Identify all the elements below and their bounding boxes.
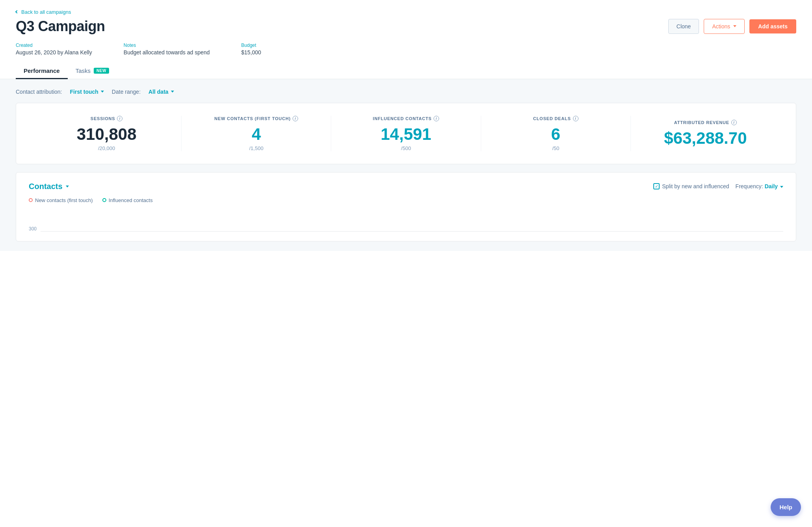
metric-label-attributed-revenue: ATTRIBUTED REVENUEi xyxy=(631,120,780,125)
info-icon-influenced-contacts[interactable]: i xyxy=(434,116,439,121)
filter-bar: Contact attribution: First touch Date ra… xyxy=(16,89,796,95)
attribution-label: Contact attribution: xyxy=(16,89,62,95)
help-button[interactable]: Help xyxy=(771,498,801,516)
metric-label-influenced-contacts: INFLUENCED CONTACTSi xyxy=(331,116,480,121)
metric-value-sessions: 310,808 xyxy=(32,125,181,143)
metric-sub-closed-deals: /50 xyxy=(481,145,630,151)
split-toggle[interactable]: ✓ Split by new and influenced xyxy=(653,183,729,189)
actions-button[interactable]: Actions xyxy=(704,19,745,34)
notes-value: Budget allocated towards ad spend xyxy=(124,49,210,56)
legend-item-influenced-contacts-legend: Influenced contacts xyxy=(102,197,153,203)
content-area: Contact attribution: First touch Date ra… xyxy=(0,79,812,251)
tab-tasks[interactable]: Tasks NEW xyxy=(68,63,117,79)
legend-dot-new-contacts-legend xyxy=(29,198,33,202)
meta-budget: Budget $15,000 xyxy=(241,43,261,56)
contacts-title-text: Contacts xyxy=(29,182,63,191)
contacts-card: Contacts ✓ Split by new and influenced F… xyxy=(16,172,796,241)
contacts-header: Contacts ✓ Split by new and influenced F… xyxy=(29,182,783,191)
attribution-dropdown[interactable]: First touch xyxy=(70,89,104,95)
back-link-text: Back to all campaigns xyxy=(21,9,71,15)
info-icon-closed-deals[interactable]: i xyxy=(573,116,578,121)
frequency-label: Frequency: xyxy=(736,183,763,189)
info-icon-attributed-revenue[interactable]: i xyxy=(731,120,737,125)
metric-label-new-contacts: NEW CONTACTS (FIRST TOUCH)i xyxy=(182,116,331,121)
metric-value-new-contacts: 4 xyxy=(182,125,331,143)
date-range-label: Date range: xyxy=(112,89,141,95)
split-label: Split by new and influenced xyxy=(662,183,729,189)
metric-sub-sessions: /20,000 xyxy=(32,145,181,151)
info-icon-sessions[interactable]: i xyxy=(117,116,122,121)
created-value: August 26, 2020 by Alana Kelly xyxy=(16,49,92,56)
meta-notes: Notes Budget allocated towards ad spend xyxy=(124,43,210,56)
date-range-chevron xyxy=(171,91,174,93)
frequency-chevron xyxy=(780,186,783,188)
legend-item-new-contacts-legend: New contacts (first touch) xyxy=(29,197,93,203)
legend-row: New contacts (first touch)Influenced con… xyxy=(29,197,783,203)
header-actions: Clone Actions Add assets xyxy=(668,19,796,34)
metric-closed-deals: CLOSED DEALSi6/50 xyxy=(481,116,631,151)
metric-label-sessions: SESSIONSi xyxy=(32,116,181,121)
chart-baseline xyxy=(41,231,783,232)
attribution-chevron xyxy=(101,91,104,93)
legend-label-new-contacts-legend: New contacts (first touch) xyxy=(35,197,93,203)
metric-influenced-contacts: INFLUENCED CONTACTSi14,591/500 xyxy=(331,116,481,151)
back-link[interactable]: Back to all campaigns xyxy=(16,9,71,15)
metric-new-contacts: NEW CONTACTS (FIRST TOUCH)i4/1,500 xyxy=(182,116,331,151)
tab-performance-label: Performance xyxy=(24,67,60,74)
legend-dot-influenced-contacts-legend xyxy=(102,198,106,202)
meta-section: Created August 26, 2020 by Alana Kelly N… xyxy=(16,43,796,56)
metric-value-influenced-contacts: 14,591 xyxy=(331,125,480,143)
header-section: Back to all campaigns Q3 Campaign Clone … xyxy=(0,0,812,79)
budget-label: Budget xyxy=(241,43,261,48)
metric-sub-influenced-contacts: /500 xyxy=(331,145,480,151)
notes-label: Notes xyxy=(124,43,210,48)
tab-tasks-label: Tasks xyxy=(76,67,91,74)
clone-button[interactable]: Clone xyxy=(668,19,699,34)
chevron-left-icon xyxy=(15,10,19,13)
frequency-value[interactable]: Daily xyxy=(765,183,783,189)
campaign-title: Q3 Campaign xyxy=(16,18,105,35)
chevron-down-icon xyxy=(733,25,736,27)
tasks-badge: NEW xyxy=(94,68,109,74)
split-checkbox: ✓ xyxy=(653,183,660,189)
legend-label-influenced-contacts-legend: Influenced contacts xyxy=(109,197,153,203)
created-label: Created xyxy=(16,43,92,48)
contacts-dropdown-icon xyxy=(66,186,69,187)
contacts-controls: ✓ Split by new and influenced Frequency:… xyxy=(653,183,783,189)
frequency-text: Daily xyxy=(765,183,778,189)
chart-yaxis-label: 300 xyxy=(29,226,37,232)
tab-performance[interactable]: Performance xyxy=(16,63,68,79)
frequency-dropdown: Frequency: Daily xyxy=(736,183,783,189)
actions-label: Actions xyxy=(712,23,730,30)
attribution-value: First touch xyxy=(70,89,98,95)
metric-label-closed-deals: CLOSED DEALSi xyxy=(481,116,630,121)
metric-sessions: SESSIONSi310,808/20,000 xyxy=(32,116,182,151)
info-icon-new-contacts[interactable]: i xyxy=(293,116,298,121)
metrics-card: SESSIONSi310,808/20,000NEW CONTACTS (FIR… xyxy=(16,103,796,164)
date-range-value: All data xyxy=(148,89,169,95)
date-range-dropdown[interactable]: All data xyxy=(148,89,174,95)
meta-created: Created August 26, 2020 by Alana Kelly xyxy=(16,43,92,56)
tabs-nav: Performance Tasks NEW xyxy=(16,63,796,79)
contacts-title[interactable]: Contacts xyxy=(29,182,69,191)
budget-value: $15,000 xyxy=(241,49,261,56)
add-assets-button[interactable]: Add assets xyxy=(749,19,796,33)
metric-sub-new-contacts: /1,500 xyxy=(182,145,331,151)
metric-value-closed-deals: 6 xyxy=(481,125,630,143)
metric-value-attributed-revenue: $63,288.70 xyxy=(631,129,780,147)
metric-attributed-revenue: ATTRIBUTED REVENUEi$63,288.70 xyxy=(631,120,780,147)
chart-area: 300 xyxy=(29,208,783,232)
header-top: Q3 Campaign Clone Actions Add assets xyxy=(16,18,796,35)
